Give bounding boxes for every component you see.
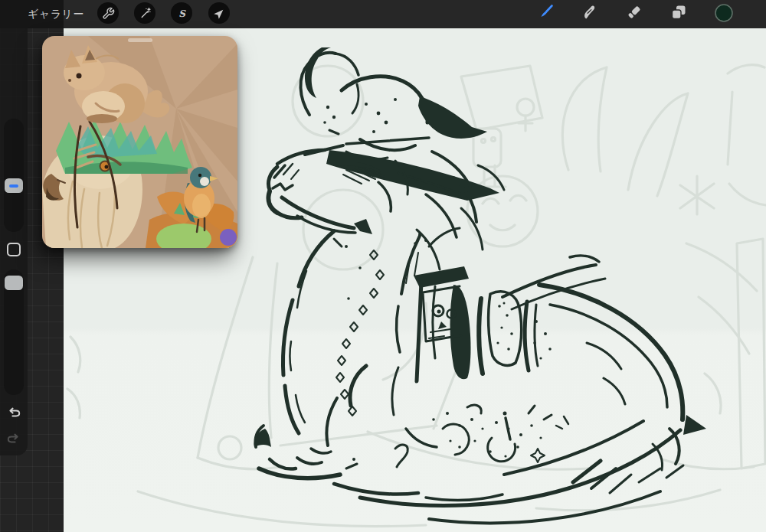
modify-button[interactable]	[7, 243, 21, 256]
gallery-button[interactable]: ギャラリー	[28, 0, 84, 28]
brush-icon	[536, 3, 555, 21]
smudge-tool-button[interactable]	[579, 2, 601, 23]
undo-arrow-icon	[5, 405, 22, 422]
color-swatch-circle	[715, 4, 733, 22]
erase-tool-button[interactable]	[624, 2, 645, 23]
redo-button[interactable]	[5, 431, 22, 448]
layers-button[interactable]	[668, 2, 689, 23]
procreate-app: ギャラリー S	[0, 0, 766, 532]
adjustments-button[interactable]	[134, 2, 155, 24]
s-curve-icon: S	[175, 7, 188, 20]
top-toolbar: ギャラリー S	[0, 0, 766, 28]
dragon-ink-sketch	[254, 47, 706, 523]
reference-drag-handle[interactable]	[128, 38, 152, 42]
color-swatch-button[interactable]	[713, 2, 735, 24]
selection-button[interactable]: S	[171, 2, 192, 24]
brush-size-indicator	[9, 184, 18, 188]
reference-panel[interactable]	[42, 36, 237, 248]
brush-size-handle[interactable]	[5, 178, 23, 193]
wrench-icon	[102, 7, 115, 20]
reference-photo	[42, 36, 237, 248]
smudge-finger-icon	[581, 3, 599, 21]
redo-arrow-icon	[5, 431, 22, 448]
transform-button[interactable]	[208, 2, 230, 24]
paint-tool-button[interactable]	[535, 2, 556, 23]
arrow-cursor-icon	[213, 7, 226, 20]
svg-text:S: S	[178, 8, 186, 18]
side-toolbar	[0, 28, 28, 455]
eraser-icon	[625, 3, 643, 21]
opacity-handle[interactable]	[5, 276, 23, 290]
layers-icon	[669, 3, 688, 21]
actions-button[interactable]	[97, 2, 119, 24]
brush-size-slider[interactable]	[4, 119, 24, 232]
undo-button[interactable]	[5, 405, 22, 422]
magic-wand-icon	[139, 7, 152, 20]
